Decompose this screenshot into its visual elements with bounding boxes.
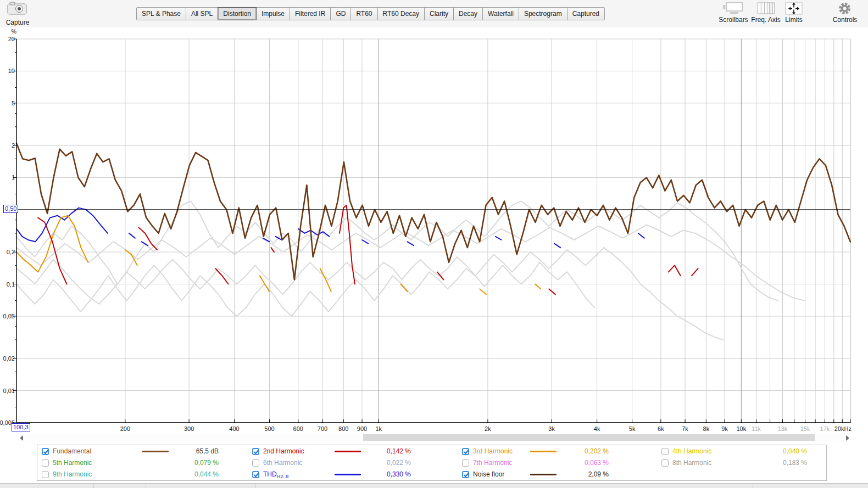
legend-value-8th-harmonic: 0,183 % bbox=[747, 459, 807, 467]
legend-label-5th-harmonic: 5th Harmonic bbox=[53, 459, 92, 467]
tab-gd[interactable]: GD bbox=[330, 7, 351, 20]
controls-button[interactable]: Controls bbox=[833, 2, 858, 24]
tab-distortion[interactable]: Distortion bbox=[218, 7, 257, 20]
legend-label-3rd-harmonic: 3rd Harmonic bbox=[473, 447, 513, 455]
checkbox-5th-harmonic[interactable] bbox=[42, 459, 49, 467]
limits-icon bbox=[783, 2, 805, 15]
freq-axis-icon bbox=[755, 2, 777, 15]
tab-decay[interactable]: Decay bbox=[453, 7, 483, 20]
legend-value-2nd-harmonic: 0,142 % bbox=[350, 447, 411, 455]
scroll-right-arrow[interactable] bbox=[846, 435, 849, 441]
svg-text:1k: 1k bbox=[375, 425, 382, 432]
legend-label-noise-floor: Noise floor bbox=[473, 470, 504, 478]
svg-text:400: 400 bbox=[229, 425, 239, 432]
controls-icon bbox=[834, 2, 856, 15]
scrollbar-thumb[interactable] bbox=[363, 434, 815, 441]
trace-legend-panel: Fundamental65,5 dB2nd Harmonic0,142 %3rd… bbox=[37, 445, 827, 481]
legend-value-fundamental: 65,5 dB bbox=[158, 447, 219, 455]
svg-text:200: 200 bbox=[120, 425, 130, 432]
scrollbars-label: Scrollbars bbox=[719, 16, 748, 24]
tab-waterfall[interactable]: Waterfall bbox=[482, 7, 519, 20]
camera-icon bbox=[7, 1, 29, 16]
svg-text:300: 300 bbox=[184, 425, 194, 432]
tab-filtered-ir[interactable]: Filtered IR bbox=[290, 7, 331, 20]
checkbox-2nd-harmonic[interactable] bbox=[252, 448, 259, 455]
capture-label: Capture bbox=[3, 19, 32, 26]
checkbox-6th-harmonic[interactable] bbox=[252, 459, 259, 467]
checkbox-9th-harmonic[interactable] bbox=[42, 471, 49, 478]
svg-text:0,01: 0,01 bbox=[3, 388, 15, 394]
svg-text:17k: 17k bbox=[820, 425, 830, 432]
legend-label-6th-harmonic: 6th Harmonic bbox=[263, 459, 302, 467]
legend-label-4th-harmonic: 4th Harmonic bbox=[672, 447, 711, 455]
legend-value-5th-harmonic: 0,079 % bbox=[158, 459, 219, 467]
svg-text:15k: 15k bbox=[800, 425, 810, 432]
cursor-frequency-readout: 100,3 bbox=[12, 423, 30, 431]
tab-clarity[interactable]: Clarity bbox=[424, 7, 454, 20]
panel-separator bbox=[255, 484, 256, 488]
freq-axis-button[interactable]: Freq. Axis bbox=[751, 2, 780, 24]
svg-text:10k: 10k bbox=[736, 425, 746, 432]
legend-label-2nd-harmonic: 2nd Harmonic bbox=[263, 447, 304, 455]
svg-text:7k: 7k bbox=[682, 425, 688, 432]
limits-label: Limits bbox=[783, 16, 805, 24]
legend-value-thd: 0,330 % bbox=[350, 470, 411, 478]
legend-subscript-thd: H2..9 bbox=[277, 474, 289, 479]
checkbox-noise-floor[interactable] bbox=[462, 471, 469, 478]
svg-text:600: 600 bbox=[293, 425, 303, 432]
tab-impulse[interactable]: Impulse bbox=[256, 7, 290, 20]
checkbox-3rd-harmonic[interactable] bbox=[462, 448, 469, 455]
legend-label-thd: THDH2..9 bbox=[263, 470, 288, 480]
svg-text:700: 700 bbox=[318, 425, 327, 432]
svg-text:20kHz: 20kHz bbox=[834, 425, 852, 432]
scrollbars-button[interactable]: Scrollbars bbox=[719, 2, 748, 24]
scroll-left-arrow[interactable] bbox=[20, 435, 23, 441]
legend-value-9th-harmonic: 0,044 % bbox=[158, 470, 219, 478]
horizontal-scrollbar bbox=[0, 434, 868, 441]
legend-label-8th-harmonic: 8th Harmonic bbox=[672, 459, 711, 467]
distortion-plot-area[interactable]: %20105210,20,10,050,020,010,005200300400… bbox=[0, 0, 868, 488]
checkbox-fundamental[interactable] bbox=[42, 448, 49, 455]
legend-value-4th-harmonic: 0,040 % bbox=[747, 447, 807, 455]
legend-value-noise-floor: 2,09 % bbox=[548, 470, 609, 478]
scrollbar-track[interactable] bbox=[25, 434, 845, 441]
legend-value-6th-harmonic: 0,022 % bbox=[350, 459, 411, 467]
svg-text:800: 800 bbox=[338, 425, 348, 432]
panel-separator bbox=[753, 484, 753, 488]
legend-label-fundamental: Fundamental bbox=[53, 447, 91, 455]
tab-rt60[interactable]: RT60 bbox=[350, 7, 377, 20]
top-toolbar: Capture SPL & PhaseAll SPLDistortionImpu… bbox=[0, 0, 868, 27]
bottom-panel-edge bbox=[0, 483, 868, 488]
svg-text:13k: 13k bbox=[778, 425, 788, 432]
legend-label-9th-harmonic: 9th Harmonic bbox=[53, 470, 92, 478]
checkbox-4th-harmonic[interactable] bbox=[661, 448, 669, 455]
tab-rt60-decay[interactable]: RT60 Decay bbox=[377, 7, 425, 20]
panel-separator bbox=[146, 484, 146, 488]
checkbox-8th-harmonic[interactable] bbox=[661, 459, 669, 467]
tab-all-spl[interactable]: All SPL bbox=[186, 7, 218, 20]
svg-text:6k: 6k bbox=[658, 425, 664, 432]
tab-captured[interactable]: Captured bbox=[567, 7, 605, 20]
panel-separator bbox=[93, 484, 94, 488]
checkbox-thd[interactable] bbox=[252, 471, 259, 478]
tab-spl-phase[interactable]: SPL & Phase bbox=[136, 7, 186, 20]
svg-text:5k: 5k bbox=[629, 425, 636, 432]
graph-tab-bar: SPL & PhaseAll SPLDistortionImpulseFilte… bbox=[136, 7, 605, 20]
svg-text:900: 900 bbox=[357, 425, 367, 432]
svg-text:8k: 8k bbox=[703, 425, 710, 432]
capture-button[interactable]: Capture bbox=[3, 1, 32, 26]
legend-value-7th-harmonic: 0,063 % bbox=[548, 459, 609, 467]
svg-text:0,05: 0,05 bbox=[3, 313, 15, 319]
svg-text:2k: 2k bbox=[485, 425, 491, 432]
svg-text:%: % bbox=[11, 28, 16, 35]
freq-axis-label: Freq. Axis bbox=[751, 16, 780, 24]
svg-text:9k: 9k bbox=[721, 425, 728, 432]
tab-spectrogram[interactable]: Spectrogram bbox=[519, 7, 567, 20]
svg-text:500: 500 bbox=[264, 425, 274, 432]
limits-button[interactable]: Limits bbox=[783, 2, 805, 24]
checkbox-7th-harmonic[interactable] bbox=[462, 459, 469, 467]
legend-label-7th-harmonic: 7th Harmonic bbox=[473, 459, 512, 467]
controls-label: Controls bbox=[833, 16, 858, 24]
svg-text:4k: 4k bbox=[594, 425, 600, 432]
svg-text:3k: 3k bbox=[548, 425, 555, 432]
